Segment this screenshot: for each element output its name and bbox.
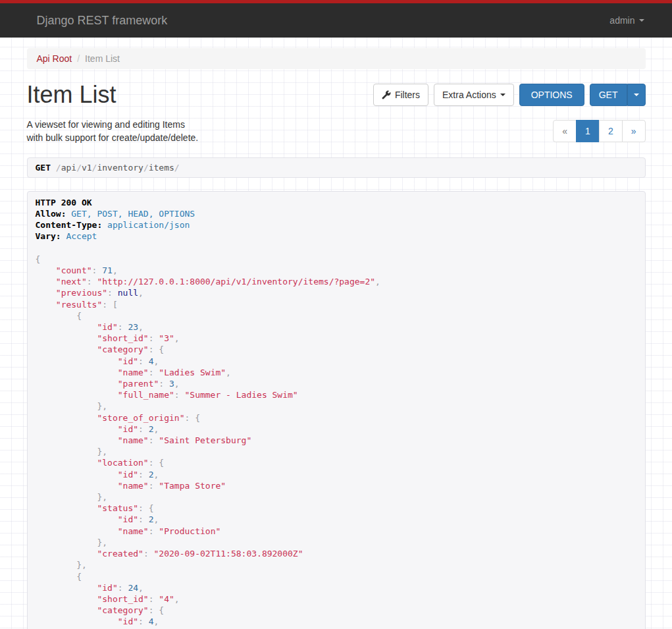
filters-button[interactable]: Filters xyxy=(373,84,428,106)
chevron-down-icon xyxy=(639,19,644,22)
get-button-group: GET xyxy=(590,84,646,106)
options-button-label: OPTIONS xyxy=(531,88,573,101)
breadcrumb: Api Root / Item List xyxy=(27,48,646,69)
chevron-down-icon xyxy=(500,94,505,96)
breadcrumb-current: Item List xyxy=(85,53,120,64)
options-button[interactable]: OPTIONS xyxy=(519,84,584,106)
page-header: Item List Filters Extra Actions OPTIONS … xyxy=(27,82,646,107)
pagination-next[interactable]: » xyxy=(622,120,646,142)
request-method: GET xyxy=(36,163,51,173)
toolbar: Filters Extra Actions OPTIONS GET xyxy=(373,84,646,106)
get-button[interactable]: GET xyxy=(590,84,627,106)
user-menu-dropdown[interactable]: admin xyxy=(609,15,645,26)
get-button-label: GET xyxy=(599,88,618,101)
extra-actions-button-label: Extra Actions xyxy=(442,88,496,101)
wrench-icon xyxy=(382,90,391,99)
extra-actions-button[interactable]: Extra Actions xyxy=(434,84,514,106)
navbar: Django REST framework admin xyxy=(0,3,672,38)
request-path: /api/v1/inventory/items/ xyxy=(51,163,180,173)
request-line: GET /api/v1/inventory/items/ xyxy=(27,157,646,178)
response-panel: HTTP 200 OK Allow: GET, POST, HEAD, OPTI… xyxy=(27,191,646,629)
meta-row: A viewset for viewing and editing Items … xyxy=(27,118,646,144)
pagination-page-2[interactable]: 2 xyxy=(599,120,623,142)
chevron-down-icon xyxy=(634,94,639,96)
pagination-page-1[interactable]: 1 xyxy=(576,120,600,142)
get-format-dropdown-button[interactable] xyxy=(627,84,646,106)
breadcrumb-separator: / xyxy=(77,53,80,64)
description-line: with bulk support for create/update/dele… xyxy=(27,131,199,144)
description-line: A viewset for viewing and editing Items xyxy=(27,118,199,131)
navbar-brand[interactable]: Django REST framework xyxy=(27,14,168,28)
view-description: A viewset for viewing and editing Items … xyxy=(27,118,199,144)
breadcrumb-link-api-root[interactable]: Api Root xyxy=(37,53,72,64)
main-content: Api Root / Item List Item List Filters E… xyxy=(17,48,656,629)
user-menu-label: admin xyxy=(609,15,634,26)
pagination: « 1 2 » xyxy=(553,120,645,142)
page-title: Item List xyxy=(27,82,116,107)
pagination-previous: « xyxy=(553,120,577,142)
filters-button-label: Filters xyxy=(395,88,420,101)
